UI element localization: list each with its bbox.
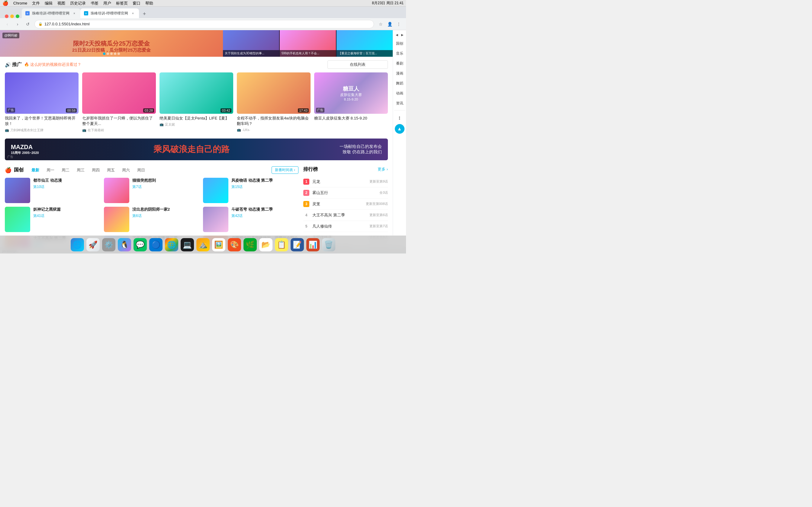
menu-icon[interactable]: ⋮ xyxy=(395,20,402,28)
dock-finder2[interactable]: 📂 xyxy=(259,238,272,251)
dock-terminal[interactable]: 💻 xyxy=(181,238,194,251)
anime-card-2[interactable]: 猫猫突然想到 第7话 xyxy=(104,178,199,203)
dot-5[interactable] xyxy=(117,53,120,55)
video-card-2[interactable]: 03:28 七岁那年我抓住了一只蟑，便以为抓住了整个夏天... 📺 在下南巷岭 xyxy=(82,72,156,132)
menu-tabs[interactable]: 标签页 xyxy=(116,1,128,6)
dock-ppt[interactable]: 📊 xyxy=(306,238,320,251)
tab-2[interactable]: B 珠峰培训-哔哩哔哩官网 × xyxy=(80,8,139,18)
tab-2-close[interactable]: × xyxy=(131,11,135,16)
rank-num-4: 4 xyxy=(303,212,309,218)
star-icon[interactable]: ☆ xyxy=(377,20,384,28)
dock-preferences[interactable]: ⚙️ xyxy=(102,238,115,251)
video-card-5[interactable]: 糖豆人 皮肤征集大赛 8.15-9.20 广告 糖豆人皮肤征集大赛 8.15-9… xyxy=(314,72,388,132)
maximize-button[interactable] xyxy=(16,14,19,18)
sidebar-arrow-right[interactable]: ▶ xyxy=(400,33,405,37)
video-title-5: 糖豆人皮肤征集大赛 8.15-9.20 xyxy=(314,116,388,121)
tab-nav-thu[interactable]: 周四 xyxy=(89,166,103,174)
sidebar-item-music[interactable]: 音乐 xyxy=(394,49,405,58)
rank-item-3[interactable]: 3 灵笼 更新至第008话 xyxy=(303,199,388,210)
dock-finder[interactable]: 🌐 xyxy=(71,238,84,251)
tab-nav-fri[interactable]: 周五 xyxy=(104,166,118,174)
video-thumb-4: 17:43 xyxy=(237,72,311,114)
sidebar-item-manga[interactable]: 漫画 xyxy=(394,69,405,78)
banner-thumb-2[interactable]: 599的手机也有人用？不会... xyxy=(280,30,336,57)
back-button[interactable]: ‹ xyxy=(4,20,11,28)
dot-3[interactable] xyxy=(110,53,113,55)
anime-card-3[interactable]: 风姿物语 动态漫 第二季 第15话 xyxy=(203,178,298,203)
tab-1[interactable]: B 珠峰培训-哔哩哔哩官网 × xyxy=(22,8,80,18)
menu-history[interactable]: 历史记录 xyxy=(70,1,86,6)
anime-thumb-4 xyxy=(5,207,30,232)
video-card-4[interactable]: 17:43 全程不动手，指挥女朋友装4w块的电脑会翻车吗？ 📺 -LKs- xyxy=(237,72,311,132)
online-list-button[interactable]: 在线列表 xyxy=(327,60,388,69)
forward-button[interactable]: › xyxy=(14,20,21,28)
apple-menu[interactable]: 🍎 xyxy=(2,0,8,6)
anime-card-6[interactable]: 斗破苍穹 动态漫 第二季 第42话 xyxy=(203,207,298,232)
banner-thumb-3[interactable]: 【重启之极海听雷｜百万混... xyxy=(337,30,393,57)
dot-1[interactable] xyxy=(103,53,105,55)
sidebar-bilibili-icon[interactable]: ↕ xyxy=(394,113,405,123)
menu-help[interactable]: 帮助 xyxy=(145,1,153,6)
reload-button[interactable]: ↺ xyxy=(24,20,32,28)
dock-evernote[interactable]: 🌿 xyxy=(244,238,257,251)
menu-edit[interactable]: 编辑 xyxy=(45,1,53,6)
url-text: 127.0.0.1:5501/index.html xyxy=(44,22,370,26)
menu-chrome[interactable]: Chrome xyxy=(13,1,27,5)
tab-1-close[interactable]: × xyxy=(72,11,77,16)
tab-nav-wed[interactable]: 周三 xyxy=(74,166,88,174)
toolbar-right: ☆ 👤 ⋮ xyxy=(377,20,402,28)
dot-4[interactable] xyxy=(114,53,116,55)
dock-trash[interactable]: 🗑️ xyxy=(322,238,335,251)
tab-nav-newest[interactable]: 最新 xyxy=(29,166,42,174)
dock-notes[interactable]: 📋 xyxy=(275,238,288,251)
menu-bookmarks[interactable]: 书签 xyxy=(91,1,98,6)
minimize-button[interactable] xyxy=(10,14,14,18)
anime-card-4[interactable]: 妖神记之黑狱篇 第41话 xyxy=(5,207,100,232)
close-button[interactable] xyxy=(5,14,8,18)
sidebar-item-animation[interactable]: 动画 xyxy=(394,89,405,98)
sidebar-scroll-up[interactable]: ▲ xyxy=(395,124,404,134)
rank-item-4[interactable]: 4 大王不高兴 第二季 更新至第6话 xyxy=(303,210,388,221)
tab-nav-tue[interactable]: 周二 xyxy=(59,166,72,174)
menu-user[interactable]: 用户 xyxy=(103,1,111,6)
dock-wechat[interactable]: 💬 xyxy=(134,238,147,251)
anime-card-1[interactable]: 都市仙王 动态漫 第10话 xyxy=(5,178,100,203)
tab-nav-sat[interactable]: 周六 xyxy=(119,166,133,174)
sidebar-item-drama[interactable]: 番剧 xyxy=(394,59,405,68)
rank-item-1[interactable]: 1 元龙 更新至第9话 xyxy=(303,176,388,187)
schedule-button[interactable]: 新番时间表 › xyxy=(271,166,298,174)
account-icon[interactable]: 👤 xyxy=(386,20,393,28)
guochuang-title: 国创 xyxy=(14,167,23,173)
dock-launchpad[interactable]: 🚀 xyxy=(86,238,100,251)
tab-nav-sun[interactable]: 周日 xyxy=(134,166,148,174)
dock-preview[interactable]: 🖼️ xyxy=(212,238,225,251)
anime-card-5[interactable]: 没出息的阴阳师一家2 第6话 xyxy=(104,207,199,232)
dock-word[interactable]: 📝 xyxy=(291,238,304,251)
page-content[interactable]: @啊呜糁 21日及22日投稿，瓜分限时25万恋爱金 限时2天投稿瓜分25万恋爱金… xyxy=(0,30,393,247)
dot-2[interactable] xyxy=(107,53,109,55)
tab-nav-mon[interactable]: 周一 xyxy=(44,166,57,174)
url-bar[interactable]: 🔒 127.0.0.1:5501/index.html xyxy=(35,20,374,29)
dock-chrome[interactable]: 🌐 xyxy=(165,238,178,251)
rank-item-5[interactable]: 5 凡人修仙传 更新至第7话 xyxy=(303,221,388,232)
tab-1-favicon: B xyxy=(26,11,30,15)
banner-main[interactable]: @啊呜糁 21日及22日投稿，瓜分限时25万恋爱金 限时2天投稿瓜分25万恋爱金 xyxy=(0,30,223,57)
sidebar-item-dance[interactable]: 舞蹈 xyxy=(394,79,405,88)
rank-item-2[interactable]: 2 雾山五行 全3话 xyxy=(303,187,388,199)
rank-more-button[interactable]: 更多 › xyxy=(377,167,388,172)
menu-file[interactable]: 文件 xyxy=(32,1,40,6)
menu-window[interactable]: 窗口 xyxy=(133,1,141,6)
dock-qq[interactable]: 🐧 xyxy=(118,238,131,251)
sidebar-arrow-left[interactable]: ◀ xyxy=(395,33,399,37)
ad-banner[interactable]: MAZDA 15周年 2005~2020 乘风破浪走自己的路 一场献给自己的发布… xyxy=(5,138,388,160)
video-card-3[interactable]: 03:42 绝美夏日仙女【足太Penta】LIFE【夏】 📺 足太妮 xyxy=(159,72,233,132)
sidebar-item-guochuang[interactable]: 国创 xyxy=(394,39,405,48)
video-card-1[interactable]: 广告 00:58 我回来了，这个世界！艾恩葛朗特即将开放！ 📺 刀剑神域黑衣剑士… xyxy=(5,72,79,132)
dock-sketch[interactable]: ⛰️ xyxy=(196,238,210,251)
banner-thumb-1[interactable]: 关于我转生成为3D模型的事... xyxy=(223,30,279,57)
dock-figma[interactable]: 🎨 xyxy=(228,238,241,251)
menu-view[interactable]: 视图 xyxy=(57,1,65,6)
dock-vscode[interactable]: 🔵 xyxy=(149,238,162,251)
sidebar-item-news[interactable]: 资讯 xyxy=(394,99,405,108)
new-tab-button[interactable]: + xyxy=(140,10,149,18)
